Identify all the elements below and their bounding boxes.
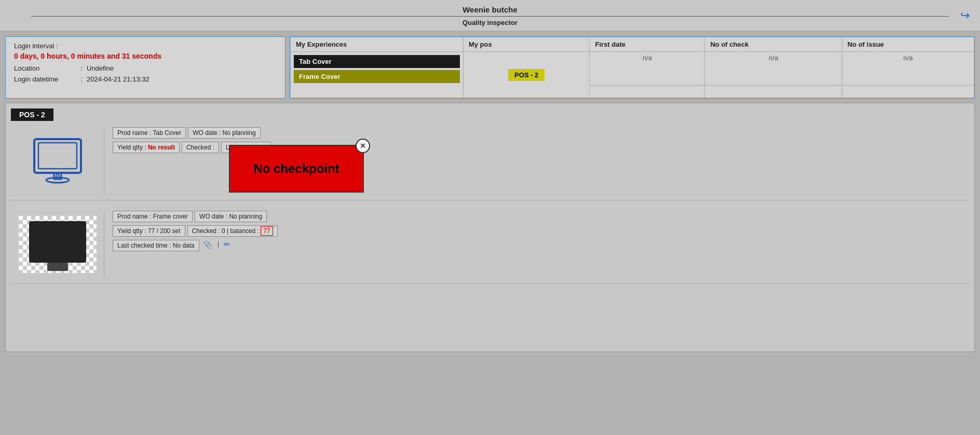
- exp-tab-cover[interactable]: Tab Cover: [294, 55, 460, 68]
- interval-label: Login interval :: [14, 42, 277, 50]
- datetime-value: 2024-04-21 21:13:32: [87, 75, 149, 83]
- datetime-sep: :: [76, 75, 87, 83]
- no-checkpoint-modal: ✕ No checkpoint: [229, 145, 364, 193]
- svg-rect-0: [34, 139, 81, 173]
- frame-cover-tv: [29, 221, 86, 263]
- separator: |: [217, 240, 219, 251]
- location-value: Undefine: [87, 64, 114, 72]
- pos-header-badge: POS - 2: [11, 108, 53, 121]
- frame-cover-wo-date: WO date : No planning: [195, 211, 267, 222]
- no-result-text: No result: [148, 144, 175, 151]
- edit-icon[interactable]: ✏: [224, 240, 230, 251]
- svg-rect-1: [38, 143, 77, 169]
- location-sep: :: [76, 64, 87, 72]
- tab-cover-prod-name: Prod name : Tab Cover: [113, 127, 186, 139]
- svg-point-4: [56, 174, 59, 178]
- frame-cover-row3: Last checked time : No data 📎 | ✏: [113, 240, 969, 251]
- attachment-icon[interactable]: 📎: [203, 240, 213, 251]
- modal-close-button[interactable]: ✕: [356, 139, 370, 153]
- frame-cover-checked: Checked : 0 | balanced : 77: [187, 225, 278, 237]
- interval-value: 0 days, 0 hours, 0 minutes and 31 second…: [14, 52, 277, 60]
- col-no-issue: No of issue: [842, 37, 974, 52]
- modal-body: No checkpoint: [230, 146, 363, 192]
- frame-cover-bg: [19, 216, 97, 273]
- location-row: Location : Undefine: [14, 64, 277, 72]
- col-pos: My pos: [463, 37, 590, 52]
- frame-cover-prod-name: Prod name : Frame cover: [113, 211, 193, 222]
- frame-cover-row2: Yield qtty : 77 / 200 set Checked : 0 | …: [113, 225, 969, 237]
- top-panels: Login interval : 0 days, 0 hours, 0 minu…: [5, 36, 975, 99]
- tab-cover-image: [11, 127, 104, 195]
- balanced-value: 77: [261, 226, 273, 236]
- experiences-panel: My Experiences My pos First date No of c…: [290, 36, 975, 99]
- header: Weenie butche Quality inspector ↪: [0, 0, 980, 31]
- frame-cover-row1: Prod name : Frame cover WO date : No pla…: [113, 211, 969, 222]
- col-first-date: First date: [590, 37, 705, 52]
- no-check-value: n/a: [769, 54, 778, 62]
- frame-cover-info: Prod name : Frame cover WO date : No pla…: [113, 211, 969, 251]
- table-row: Prod name : Tab Cover WO date : No plann…: [11, 127, 969, 200]
- frame-cover-yield: Yield qtty : 77 / 200 set: [113, 225, 185, 237]
- tab-cover-checked: Checked :: [182, 142, 219, 153]
- modal-text: No checkpoint: [253, 161, 339, 175]
- datetime-row: Login datetime : 2024-04-21 21:13:32: [14, 75, 277, 83]
- no-issue-value: n/a: [903, 54, 913, 62]
- location-label: Location: [14, 64, 76, 72]
- frame-cover-last-checked: Last checked time : No data: [113, 240, 199, 251]
- svg-point-3: [46, 178, 69, 183]
- frame-cover-stand: [47, 263, 68, 271]
- header-subtitle: Quality inspector: [31, 19, 949, 26]
- header-title: Weenie butche: [31, 5, 949, 17]
- datetime-label: Login datetime: [14, 75, 76, 83]
- frame-cover-image: [11, 211, 104, 278]
- main-area: POS - 2 Prod name : Tab Cover WO date : …: [5, 103, 975, 352]
- table-row: Prod name : Frame cover WO date : No pla…: [11, 211, 969, 284]
- login-panel: Login interval : 0 days, 0 hours, 0 minu…: [5, 36, 285, 99]
- exp-frame-cover[interactable]: Frame Cover: [294, 70, 460, 83]
- tab-cover-wo-date: WO date : No planning: [188, 127, 260, 139]
- pos-badge: POS - 2: [508, 69, 545, 81]
- experiences-table: My Experiences My pos First date No of c…: [290, 37, 974, 98]
- col-experiences: My Experiences: [291, 37, 464, 52]
- tab-cover-yield: Yield qtty : No result: [113, 142, 180, 153]
- first-date-value: n/a: [643, 54, 652, 62]
- col-no-check: No of check: [705, 37, 842, 52]
- logout-icon[interactable]: ↪: [960, 9, 970, 22]
- tv-icon: [29, 137, 86, 186]
- tab-cover-row1: Prod name : Tab Cover WO date : No plann…: [113, 127, 969, 139]
